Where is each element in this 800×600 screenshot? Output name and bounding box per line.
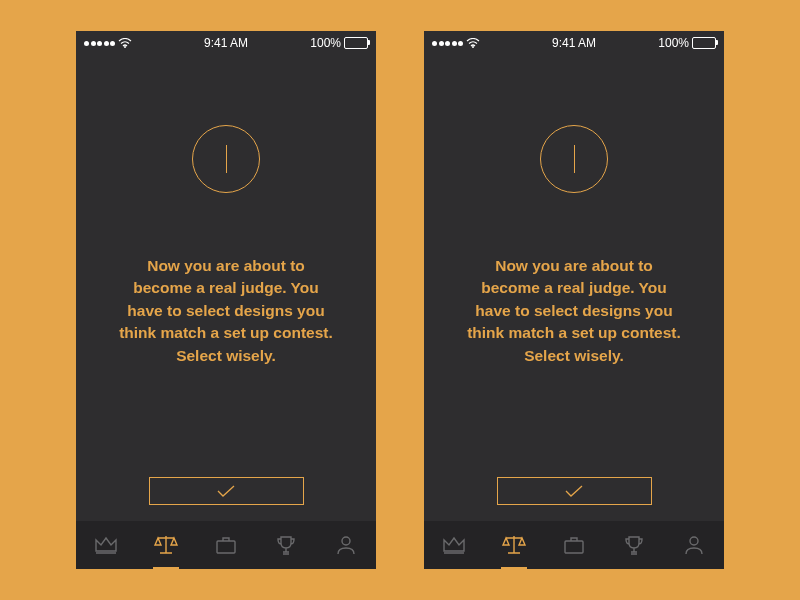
status-right: 100% xyxy=(310,36,368,50)
tab-briefcase[interactable] xyxy=(554,525,594,565)
wifi-icon xyxy=(466,38,480,48)
status-bar: 9:41 AM 100% xyxy=(424,31,724,55)
svg-point-0 xyxy=(124,46,126,48)
tab-profile[interactable] xyxy=(674,525,714,565)
tab-scales[interactable] xyxy=(494,525,534,565)
signal-dots-icon xyxy=(432,41,463,46)
signal-dots-icon xyxy=(84,41,115,46)
onboarding-message: Now you are about to become a real judge… xyxy=(76,255,376,367)
battery-icon xyxy=(344,37,368,49)
status-left xyxy=(84,38,132,48)
wifi-icon xyxy=(118,38,132,48)
status-bar: 9:41 AM 100% xyxy=(76,31,376,55)
tab-bar xyxy=(76,521,376,569)
tab-scales[interactable] xyxy=(146,525,186,565)
tab-trophy[interactable] xyxy=(614,525,654,565)
svg-rect-4 xyxy=(565,541,583,553)
confirm-button[interactable] xyxy=(497,477,652,505)
phone-screen-left: 9:41 AM 100% Now you are about to become… xyxy=(76,31,376,569)
confirm-button[interactable] xyxy=(149,477,304,505)
svg-point-3 xyxy=(472,46,474,48)
tab-briefcase[interactable] xyxy=(206,525,246,565)
content-area: Now you are about to become a real judge… xyxy=(76,55,376,521)
battery-icon xyxy=(692,37,716,49)
status-time: 9:41 AM xyxy=(204,36,248,50)
svg-point-2 xyxy=(342,537,350,545)
svg-rect-1 xyxy=(217,541,235,553)
phone-screen-right: 9:41 AM 100% Now you are about to become… xyxy=(424,31,724,569)
onboarding-message: Now you are about to become a real judge… xyxy=(424,255,724,367)
status-right: 100% xyxy=(658,36,716,50)
status-left xyxy=(432,38,480,48)
tab-crown[interactable] xyxy=(434,525,474,565)
content-area: Now you are about to become a real judge… xyxy=(424,55,724,521)
battery-percent: 100% xyxy=(658,36,689,50)
info-icon xyxy=(540,125,608,193)
info-icon xyxy=(192,125,260,193)
tab-crown[interactable] xyxy=(86,525,126,565)
tab-bar xyxy=(424,521,724,569)
tab-trophy[interactable] xyxy=(266,525,306,565)
svg-point-5 xyxy=(690,537,698,545)
check-icon xyxy=(215,484,237,498)
status-time: 9:41 AM xyxy=(552,36,596,50)
check-icon xyxy=(563,484,585,498)
tab-profile[interactable] xyxy=(326,525,366,565)
battery-percent: 100% xyxy=(310,36,341,50)
